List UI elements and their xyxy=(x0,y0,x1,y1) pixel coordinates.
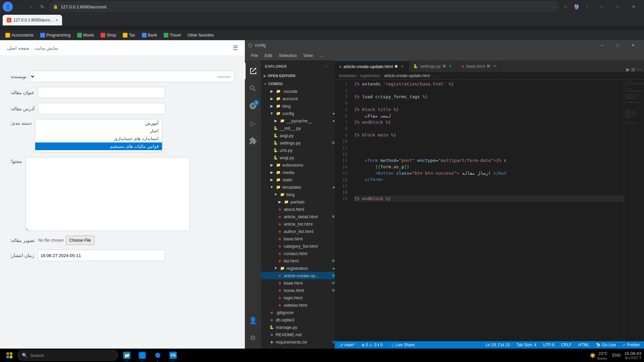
open-editors-header[interactable]: ▶ OPEN EDITORS xyxy=(261,72,335,79)
status-language[interactable]: HTML xyxy=(577,343,591,347)
config-section-header[interactable]: ▼ CONFIG xyxy=(261,80,335,87)
tree-item-manage[interactable]: 🐍 manage.py xyxy=(261,323,335,331)
tree-item-contact[interactable]: ◈ contact.html xyxy=(261,250,335,257)
vscode-menu-more[interactable]: ... xyxy=(316,50,327,60)
status-tab-size[interactable]: Tab Size: 4 xyxy=(515,343,538,347)
status-line-ending[interactable]: CRLF xyxy=(560,343,573,347)
browser-menu-button[interactable]: ⋮ xyxy=(582,2,592,11)
editor-tab-article-create[interactable]: ◈ article-create-update.html ✕ xyxy=(335,60,409,72)
bookmark-tax[interactable]: Tax xyxy=(120,32,138,39)
editor-tab-close-3[interactable]: ✕ xyxy=(492,64,497,69)
activity-search-icon[interactable] xyxy=(245,80,261,97)
taskbar-app-vscode[interactable]: VS xyxy=(166,349,180,362)
tree-item-config[interactable]: ▼ 📁 config ● xyxy=(261,110,335,117)
activity-explorer-icon[interactable] xyxy=(245,63,261,79)
breadcrumb-templates[interactable]: templates xyxy=(339,73,356,78)
tree-item-home[interactable]: ◈ home.html M xyxy=(261,287,335,294)
status-errors[interactable]: ⊗ 0 ⚠ 0 ℹ 0 xyxy=(360,343,384,347)
tree-item-list[interactable]: ◈ list.html M xyxy=(261,257,335,264)
breadcrumb-file[interactable]: article-create-update.html xyxy=(384,73,430,78)
browser-tab-active[interactable]: H 127.0.0.1:8000/acco... ✕ xyxy=(3,15,62,25)
nav-display-link[interactable]: نمایش سایت xyxy=(35,46,59,51)
tree-item-readme[interactable]: ◈ README.md xyxy=(261,331,335,338)
category-listbox[interactable]: آموزش اخبار استاندارد های حسابداری قوانی… xyxy=(35,119,162,153)
bookmark-bank[interactable]: Bank xyxy=(139,32,160,39)
tree-item-blog-templates[interactable]: ▼ 📁 blog xyxy=(261,191,335,198)
browser-back-button[interactable]: ← xyxy=(15,2,24,11)
tree-item-article-list[interactable]: ◈ article_list.html xyxy=(261,220,335,228)
taskbar-clock[interactable]: 16:08:43 IF+IT/IT T xyxy=(624,351,641,360)
status-prettier[interactable]: ✓ Prettier xyxy=(621,343,641,347)
tree-item-extensions[interactable]: ▶ 📁 extensions xyxy=(261,161,335,169)
browser-forward-button[interactable]: → xyxy=(26,2,36,11)
article-address-input[interactable] xyxy=(38,103,165,114)
tree-item-requirments[interactable]: ◈ requirments.txt xyxy=(261,346,335,349)
browser-tab-close[interactable]: ✕ xyxy=(55,18,58,22)
more-editor-actions-icon[interactable]: ⋯ xyxy=(637,67,641,72)
activity-run-icon[interactable]: ▷ xyxy=(245,115,261,131)
choose-file-button[interactable]: Choose File xyxy=(66,236,95,245)
weather-widget[interactable]: ☀️ 23°C Sunny xyxy=(589,351,609,360)
tree-item-pycache[interactable]: ▶ 📁 __pycache__ ● xyxy=(261,117,335,124)
tree-item-db[interactable]: ◈ db.sqlite3 xyxy=(261,316,335,323)
tree-item-about[interactable]: ◈ about.html xyxy=(261,205,335,213)
tree-item-asgi[interactable]: 🐍 asgi.py xyxy=(261,132,335,139)
editor-tab-close-1[interactable]: ✕ xyxy=(399,64,405,69)
author-select[interactable]: --------- xyxy=(30,71,235,82)
tree-item-wsgi[interactable]: 🐍 wsgi.py xyxy=(261,154,335,161)
taskbar-search-bar[interactable]: 🔍 Search xyxy=(17,350,118,361)
editor-tab-close-2[interactable]: ✕ xyxy=(448,64,453,69)
browser-maximize-button[interactable]: □ xyxy=(610,1,625,12)
tree-item-settings[interactable]: 🐍 settings.py M xyxy=(261,139,335,146)
tree-item-media[interactable]: ▶ 📁 media xyxy=(261,169,335,176)
new-file-button[interactable]: ⋯ xyxy=(323,63,331,70)
article-content-textarea[interactable] xyxy=(25,157,190,231)
status-go-live[interactable]: 📡 Go Live xyxy=(595,343,617,347)
tree-item-gitignore[interactable]: ◈ .gitignore xyxy=(261,309,335,316)
vscode-close-button[interactable]: ✕ xyxy=(625,40,641,50)
bookmark-travel[interactable]: Travel xyxy=(161,32,183,39)
tree-item-templates[interactable]: ▼ 📁 templates ● xyxy=(261,183,335,191)
start-button[interactable] xyxy=(3,350,16,361)
tree-item-base-blog[interactable]: ◈ base.html xyxy=(261,235,335,242)
vscode-menu-file[interactable]: File xyxy=(248,50,261,60)
vscode-menu-edit[interactable]: Edit xyxy=(261,50,275,60)
tree-item-urls[interactable]: 🐍 urls.py xyxy=(261,146,335,154)
taskbar-app-chrome[interactable]: 🔵 xyxy=(150,349,165,362)
code-content[interactable]: {% extends 'registration/base.html' %} {… xyxy=(352,79,624,341)
tree-item-init[interactable]: 🐍 __init__.py xyxy=(261,124,335,132)
bookmark-programming[interactable]: Programming xyxy=(38,32,73,39)
status-position[interactable]: Ln 19, Col 15 xyxy=(484,343,511,347)
tree-item-account[interactable]: ▶ 📁 account xyxy=(261,95,335,102)
tree-item-login[interactable]: ◈ login.html xyxy=(261,294,335,301)
taskbar-app-edge[interactable]: 🌐 xyxy=(135,349,150,362)
status-branch[interactable]: ⎇ main* xyxy=(337,343,356,347)
breadcrumb-registration[interactable]: registration xyxy=(360,73,380,78)
tree-item-article-create[interactable]: ◈ article-create-up... M xyxy=(261,272,335,279)
browser-address-bar[interactable]: 🔒 127.0.0.1:8000/account xyxy=(49,1,559,12)
tree-item-sidebar[interactable]: ◈ sidebar.html xyxy=(261,301,335,309)
category-option-4[interactable]: قوانین مالیات های مستقیم xyxy=(35,142,162,150)
status-encoding[interactable]: UTF-8 xyxy=(542,343,556,347)
tree-item-base-reg[interactable]: ◈ base.html M xyxy=(261,279,335,287)
activity-extensions-icon[interactable] xyxy=(245,133,261,149)
status-live-share[interactable]: 👥 Live Share xyxy=(388,343,416,347)
bookmark-accountants[interactable]: Accountants xyxy=(3,32,36,39)
nav-home-link[interactable]: صفحه اصلی xyxy=(7,46,29,51)
tree-item-vscode[interactable]: ▶ 📁 .vscode xyxy=(261,87,335,95)
tree-item-author-list[interactable]: ◈ author_list.html xyxy=(261,228,335,235)
vscode-minimize-button[interactable]: ─ xyxy=(594,40,610,50)
editor-tab-settings[interactable]: 🐍 settings.py M ✕ xyxy=(409,60,458,72)
browser-close-button[interactable]: ✕ xyxy=(626,1,641,12)
bookmark-movie[interactable]: Movie xyxy=(74,32,97,39)
tree-item-blog[interactable]: ▶ 📁 blog xyxy=(261,102,335,110)
tree-item-registration[interactable]: ▼ 📁 registration ● xyxy=(261,264,335,272)
browser-extensions-button[interactable]: 🔮 xyxy=(572,2,581,11)
taskbar-app-explorer[interactable]: 📁 xyxy=(119,349,134,362)
category-option-2[interactable]: اخبار xyxy=(35,127,162,135)
tree-item-partials[interactable]: ▶ 📁 partials xyxy=(261,198,335,205)
browser-refresh-button[interactable]: ↻ xyxy=(38,2,47,11)
taskbar-lang[interactable]: ENG xyxy=(611,352,622,358)
browser-profile[interactable]: 👤 xyxy=(3,2,13,12)
tree-item-requirements[interactable]: ◈ requirements.txt U xyxy=(261,338,335,346)
